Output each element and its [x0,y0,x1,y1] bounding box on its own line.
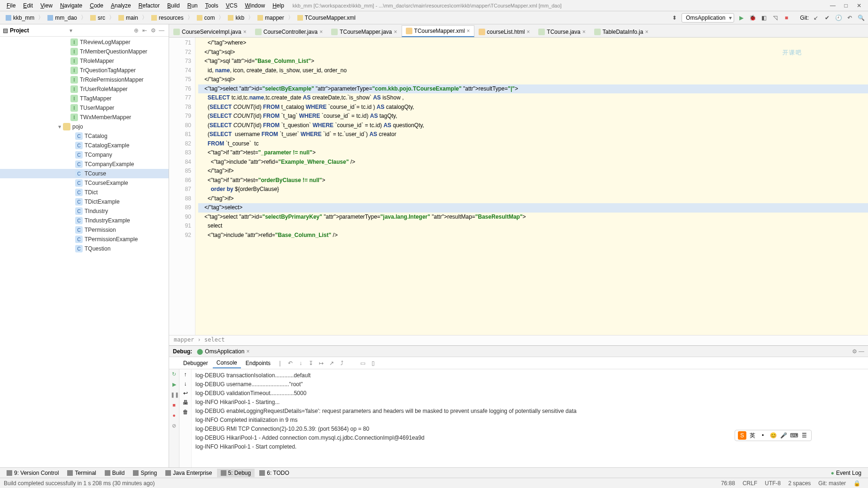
code-line-90[interactable]: <"tag">select "attr">id="selectByPrimary… [198,213,868,222]
breadcrumb-kkb[interactable]: kkb [225,14,247,22]
breadcrumb-src[interactable]: src [87,14,108,22]
tree-item-TDict[interactable]: CTDict [0,188,169,197]
close-tab-icon[interactable]: × [582,29,586,35]
debug-toolbar-icon[interactable]: ↓ [296,358,305,368]
tool-tab-5-Debug[interactable]: 5: Debug [217,469,255,477]
run-config-select[interactable]: OmsApplication [682,13,734,23]
tool-tab-9-Version-Control[interactable]: 9: Version Control [3,469,62,477]
stop-button[interactable]: ■ [782,14,790,22]
code-line-91[interactable]: select [198,221,868,231]
run-button[interactable]: ▶ [737,14,745,22]
build-hammer-icon[interactable]: ⬍ [670,14,679,22]
menu-tools[interactable]: Tools [202,1,222,10]
breadcrumb-mapper[interactable]: mapper [255,14,287,22]
tree-item-TIndustryExample[interactable]: CTIndustryExample [0,216,169,225]
status-CRLF[interactable]: CRLF [739,480,761,487]
debug-toolbar-icon[interactable]: ↧ [306,358,316,368]
event-log-tab[interactable]: ● Event Log [827,469,865,477]
tab-TCourse.java[interactable]: TCourse.java× [534,26,589,37]
tree-item-TRoleMapper[interactable]: ITRoleMapper [0,56,169,66]
menu-edit[interactable]: Edit [19,1,37,10]
project-tool-icon[interactable]: ▤ [3,27,8,34]
tool-tab-6-TODO[interactable]: 6: TODO [256,469,293,477]
tab-courseList.html[interactable]: courseList.html× [474,26,535,37]
project-tree[interactable]: ITReviewLogMapperITrMemberQuestionMapper… [0,37,169,467]
tab-TCourseMapper.xml[interactable]: TCourseMapper.xml× [402,25,474,37]
pause-icon[interactable]: ❚❚ [170,392,178,399]
tool-tab-Java-Enterprise[interactable]: Java Enterprise [162,469,216,477]
scroll-from-source-icon[interactable]: ⊕ [132,27,140,34]
tree-item-TCatalogExample[interactable]: CTCatalogExample [0,141,169,150]
menu-window[interactable]: Window [241,1,269,10]
debug-toolbar-icon[interactable]: ↦ [317,358,326,368]
clear-icon[interactable]: 🗑 [183,409,188,415]
git-commit-icon[interactable]: ✔ [823,14,831,22]
tab-CourseController.java[interactable]: CourseController.java× [251,26,327,37]
stop-debug-icon[interactable]: ■ [170,402,178,410]
git-update-icon[interactable]: ↙ [812,14,820,22]
tool-tab-Build[interactable]: Build [101,469,129,477]
code-line-82[interactable]: FROM `t_course` tc [198,139,868,149]
tree-item-TCatalog[interactable]: CTCatalog [0,131,169,141]
code-line-79[interactable]: (SELECT COUNT(id) FROM `t_tag` WHERE `co… [198,112,868,121]
resume-icon[interactable]: ▶ [170,381,178,389]
tree-item-TPermissionExample[interactable]: CTPermissionExample [0,235,169,244]
debug-tab-debugger[interactable]: Debugger [179,358,212,368]
menu-help[interactable]: Help [269,1,288,10]
tree-item-TQuestion[interactable]: CTQuestion [0,244,169,253]
breadcrumb-kkb_mm[interactable]: kkb_mm [3,14,37,22]
print-icon[interactable]: 🖶 [183,399,188,406]
status-76-88[interactable]: 76:88 [717,480,739,487]
debug-tab-console[interactable]: Console [213,358,241,368]
close-tab-icon[interactable]: × [467,28,470,34]
search-icon[interactable]: 🔍 [857,14,865,22]
settings-icon[interactable]: ⚙ [149,27,157,34]
editor-breadcrumb[interactable]: mapper › select [169,335,868,345]
tree-item-TCourseExample[interactable]: CTCourseExample [0,178,169,188]
tree-item-TrQuestionTagMapper[interactable]: ITrQuestionTagMapper [0,66,169,75]
close-tab-icon[interactable]: × [527,29,530,35]
tab-TCourseMapper.java[interactable]: TCourseMapper.java× [327,26,401,37]
code-line-80[interactable]: (SELECT COUNT(id) FROM `t_question` WHER… [198,121,868,130]
debug-toolbar-icon[interactable]: ⤴ [337,358,347,368]
soft-wrap-icon[interactable]: ↩ [183,390,188,396]
close-tab-icon[interactable]: × [394,29,397,35]
tree-item-TCompanyExample[interactable]: CTCompanyExample [0,160,169,169]
tree-item-TrRolePermissionMapper[interactable]: ITrRolePermissionMapper [0,75,169,84]
menu-view[interactable]: View [37,1,56,10]
menu-vcs[interactable]: VCS [222,1,241,10]
tree-item-TIndustry[interactable]: CTIndustry [0,206,169,216]
breadcrumb-com[interactable]: com [194,14,218,22]
maximize-button[interactable]: □ [843,2,849,9]
lock-icon[interactable]: 🔒 [850,480,864,487]
hide-panel-icon[interactable]: — [157,27,166,34]
tree-item-TReviewLogMapper[interactable]: ITReviewLogMapper [0,38,169,47]
code-line-89[interactable]: </"tag">select> [198,203,868,213]
tree-folder-pojo[interactable]: ▾pojo [0,122,169,131]
code-line-86[interactable]: <"tag">if "attr">test="orderByClause != … [198,176,868,185]
breadcrumb-resources[interactable]: resources [148,14,186,22]
scroll-down-icon[interactable]: ↓ [184,381,187,387]
menu-code[interactable]: Code [86,1,107,10]
debug-toolbar-icon[interactable]: ↗ [327,358,336,368]
tree-item-TWxMemberMapper[interactable]: ITWxMemberMapper [0,113,169,122]
tab-TableDataInfo.ja[interactable]: TableDataInfo.ja× [590,26,653,37]
code-editor[interactable]: </"tag">where> </"tag">sql> <"tag">sql "… [195,38,868,335]
coverage-button[interactable]: ◧ [760,14,768,22]
tree-item-TCourse[interactable]: CTCourse [0,169,169,178]
code-line-71[interactable]: </"tag">where> [198,38,868,48]
tree-item-TDictExample[interactable]: CTDictExample [0,197,169,206]
code-line-73[interactable]: <"tag">sql "attr">id="Base_Column_List"> [198,57,868,66]
tool-tab-Spring[interactable]: Spring [129,469,161,477]
code-line-81[interactable]: (SELECT username FROM `t_user` WHERE `id… [198,130,868,139]
rerun-icon[interactable]: ↻ [170,371,178,379]
menu-refactor[interactable]: Refactor [135,1,163,10]
debug-toolbar-icon[interactable]: ▯ [368,358,378,368]
debug-toolbar-icon[interactable]: | [275,358,285,368]
status-Git-master[interactable]: Git: master [814,480,850,487]
tree-item-TrMemberQuestionMapper[interactable]: ITrMemberQuestionMapper [0,47,169,56]
view-breakpoints-icon[interactable]: ● [170,412,178,420]
minimize-button[interactable]: — [829,2,836,9]
code-line-84[interactable]: <"tag">include "attr">refid="Example_Whe… [198,158,868,167]
profile-button[interactable]: ◹ [771,14,779,22]
